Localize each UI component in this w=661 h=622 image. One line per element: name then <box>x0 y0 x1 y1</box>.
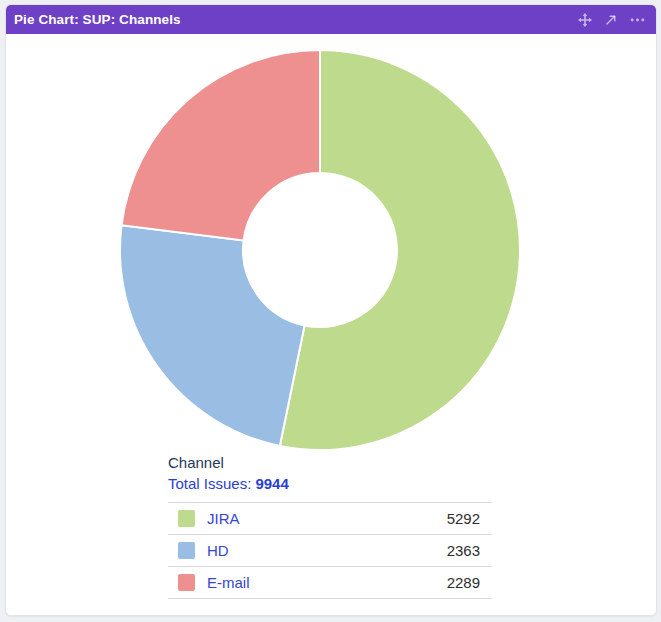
dimension-label: Channel <box>168 452 289 473</box>
gadget-header-actions <box>577 12 646 28</box>
gadget-header: Pie Chart: SUP: Channels <box>6 5 656 34</box>
pie-slice-hd[interactable] <box>120 225 305 446</box>
move-icon[interactable] <box>577 12 593 28</box>
legend-row-jira: JIRA 5292 <box>168 502 492 534</box>
legend-label-jira[interactable]: JIRA <box>207 510 240 527</box>
total-issues-value: 9944 <box>255 475 288 492</box>
pie-slice-e-mail[interactable] <box>122 50 320 240</box>
donut-chart[interactable] <box>110 40 530 460</box>
legend-swatch-hd <box>178 542 195 559</box>
legend-value-email: 2289 <box>447 574 480 591</box>
legend-label-email[interactable]: E-mail <box>207 574 250 591</box>
legend-swatch-email <box>178 574 195 591</box>
legend-label-hd[interactable]: HD <box>207 542 229 559</box>
expand-icon[interactable] <box>604 13 618 27</box>
donut-svg[interactable] <box>110 40 530 460</box>
chart-summary: Channel Total Issues:9944 <box>168 452 289 494</box>
gadget-title: Pie Chart: SUP: Channels <box>14 12 181 27</box>
more-options-icon[interactable] <box>629 12 646 28</box>
total-issues-label: Total Issues: <box>168 475 251 492</box>
pie-chart-gadget: Pie Chart: SUP: Channels <box>5 4 657 616</box>
legend-table: JIRA 5292 HD 2363 E-mail 2289 <box>168 502 492 599</box>
legend-value-hd: 2363 <box>447 542 480 559</box>
total-issues-line: Total Issues:9944 <box>168 473 289 494</box>
legend-value-jira: 5292 <box>447 510 480 527</box>
legend-row-email: E-mail 2289 <box>168 566 492 599</box>
legend-swatch-jira <box>178 510 195 527</box>
legend-row-hd: HD 2363 <box>168 534 492 566</box>
